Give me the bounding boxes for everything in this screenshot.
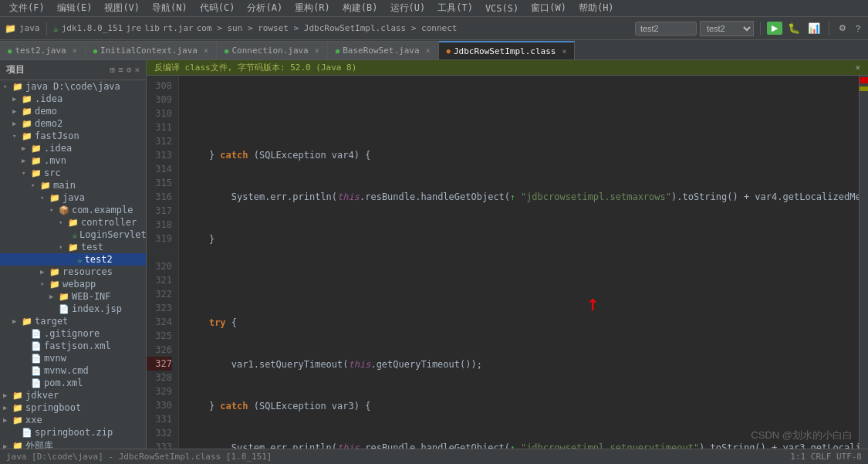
tree-label-java-src: java [62, 192, 85, 203]
toolbar-jre: jre [126, 23, 141, 33]
tree-node-pomxml[interactable]: ▶ 📄 pom.xml [0, 377, 146, 389]
tree-arrow-fastjson: ▾ [12, 132, 22, 140]
folder-icon-demo2: 📁 [22, 119, 32, 129]
tree-node-gitignore[interactable]: ▶ 📄 .gitignore [0, 327, 146, 340]
tree-arrow-controller: ▾ [59, 218, 68, 226]
sidebar-icon-close[interactable]: × [134, 65, 140, 75]
folder-icon-controller: 📁 [68, 218, 79, 228]
menu-tools[interactable]: 工具(T) [431, 0, 479, 16]
tree-label-webinf: WEB-INF [72, 291, 111, 302]
menu-vcs[interactable]: VCS(S) [479, 0, 525, 16]
code-line-311 [187, 274, 851, 288]
file-icon-indexjsp: 📄 [59, 304, 69, 314]
sidebar-header-icons: ⊞ ≡ ⚙ × [110, 65, 140, 75]
tree-node-loginservlet[interactable]: ▶ ☕ LoginServlet [0, 229, 146, 241]
tree-node-main[interactable]: ▾ 📁 main [0, 179, 146, 191]
tree-arrow-webapp: ▾ [40, 280, 49, 288]
tree-node-target[interactable]: ▶ 📁 target [0, 315, 146, 327]
tree-arrow-mvn: ▶ [22, 157, 31, 164]
tab-close-initialcontext[interactable]: × [204, 46, 208, 55]
tree-label-springboot-zip: springboot.zip [35, 427, 113, 438]
tree-node-xxe[interactable]: ▶ 📁 xxe [0, 414, 146, 426]
tree-label-pomxml: pom.xml [44, 378, 83, 388]
sidebar-icon-3[interactable]: ⚙ [127, 65, 132, 75]
search-input[interactable] [635, 22, 697, 36]
code-content[interactable]: ↙ } catch (SQLException var4) { System.e… [179, 76, 859, 449]
tree-node-mvn[interactable]: ▶ 📁 .mvn [0, 154, 146, 167]
toolbar-path: java [19, 23, 40, 33]
tab-close-jdbcrowsetimpl[interactable]: × [562, 47, 566, 56]
watermark-text: CSDN @划水的小白白 [751, 429, 853, 441]
tree-node-external-libs[interactable]: ▶ 📁 外部库 [0, 439, 146, 449]
tree-node-springboot[interactable]: ▶ 📁 springboot [0, 401, 146, 414]
tree-node-idea2[interactable]: ▶ 📁 .idea [0, 142, 146, 154]
tree-node-fastjson[interactable]: ▾ 📁 fastJson [0, 130, 146, 142]
menu-run[interactable]: 运行(U) [384, 0, 432, 16]
tree-node-idea[interactable]: ▶ 📁 .idea [0, 93, 146, 105]
profile-button[interactable]: 📊 [806, 22, 822, 34]
tree-arrow-demo: ▶ [12, 107, 22, 115]
tree-node-indexjsp[interactable]: ▶ 📄 index.jsp [0, 303, 146, 315]
gutter-error-indicator [860, 77, 868, 83]
gutter-warning-indicator [860, 86, 868, 91]
tab-test2java[interactable]: ● test2.java × [0, 41, 86, 59]
tree-node-demo[interactable]: ▶ 📁 demo [0, 105, 146, 117]
menu-help[interactable]: 帮助(H) [572, 0, 620, 16]
decompile-banner: 反编译 class文件, 字节码版本: 52.0 (Java 8) × [147, 60, 868, 76]
tree-arrow-java-src: ▾ [40, 194, 49, 202]
menu-bar: 文件(F) 编辑(E) 视图(V) 导航(N) 代码(C) 分析(A) 重构(R… [0, 0, 868, 17]
banner-close-icon[interactable]: × [855, 63, 860, 73]
tree-node-webapp[interactable]: ▾ 📁 webapp [0, 278, 146, 290]
tab-close-test2java[interactable]: × [73, 46, 77, 55]
tree-node-java-src[interactable]: ▾ 📁 java [0, 191, 146, 204]
menu-navigate[interactable]: 导航(N) [146, 0, 194, 16]
tree-node-fastjsonxml[interactable]: ▶ 📄 fastjson.xml [0, 340, 146, 352]
tree-label-idea2: .idea [44, 143, 72, 154]
tree-node-mvnwcmd[interactable]: ▶ 📄 mvnw.cmd [0, 364, 146, 377]
tree-node-mvnw[interactable]: ▶ 📄 mvnw [0, 352, 146, 364]
run-button[interactable]: ▶ [767, 22, 782, 35]
red-arrow-annotation: ↙ [585, 297, 604, 317]
menu-refactor[interactable]: 重构(R) [289, 0, 336, 16]
menu-analyze[interactable]: 分析(A) [241, 0, 289, 16]
menu-file[interactable]: 文件(F) [3, 0, 51, 16]
tree-node-jdkver[interactable]: ▶ 📁 jdkver [0, 389, 146, 401]
sidebar-icon-1[interactable]: ⊞ [110, 65, 116, 75]
menu-window[interactable]: 窗口(W) [525, 0, 572, 16]
branch-dropdown[interactable]: test2 [700, 21, 754, 36]
tree-node-springboot-zip[interactable]: ▶ 📄 springboot.zip [0, 426, 146, 439]
tab-jdbcrowsetimpl[interactable]: ● JdbcRowSetImpl.class × [439, 41, 576, 59]
toolbar-breadcrumb: com > sun > rowset > JdbcRowSetImpl.clas… [197, 23, 458, 33]
tree-node-controller[interactable]: ▾ 📁 controller [0, 216, 146, 229]
tree-node-test2[interactable]: ▶ ☕ test2 [0, 253, 146, 266]
tab-initialcontext[interactable]: ● InitialContext.java × [86, 41, 217, 59]
settings-button[interactable]: ⚙ [836, 22, 849, 35]
sidebar-icon-2[interactable]: ≡ [118, 65, 123, 75]
tree-label-mvnwcmd: mvnw.cmd [44, 365, 89, 376]
tree-node-java-root[interactable]: ▾ 📁 java D:\code\java [0, 80, 146, 93]
menu-view[interactable]: 视图(V) [98, 0, 146, 16]
tab-baserowset[interactable]: ● BaseRowSet.java × [328, 41, 439, 59]
tree-node-webinf[interactable]: ▶ 📁 WEB-INF [0, 290, 146, 303]
tree-node-resources[interactable]: ▶ 📁 resources [0, 266, 146, 278]
tree-node-com-example[interactable]: ▾ 📦 com.example [0, 204, 146, 216]
tree-arrow-com-example: ▾ [49, 206, 59, 214]
tab-close-connection[interactable]: × [315, 46, 319, 55]
folder-icon-jdkver: 📁 [12, 391, 23, 401]
tree-node-demo2[interactable]: ▶ 📁 demo2 [0, 117, 146, 130]
menu-build[interactable]: 构建(B) [336, 0, 384, 16]
tab-close-baserowset[interactable]: × [426, 46, 431, 55]
tree-label-demo: demo [35, 106, 57, 117]
tree-arrow-webinf: ▶ [49, 293, 59, 300]
tab-label-connection: Connection.java [231, 46, 308, 56]
tree-arrow-resources: ▶ [40, 268, 49, 276]
code-editor[interactable]: 308 309 310 311 312 313 314 315 316 317 … [147, 76, 868, 449]
tree-node-src[interactable]: ▾ 📁 src [0, 167, 146, 179]
tab-connection[interactable]: ● Connection.java × [217, 41, 328, 59]
tree-arrow-test-folder: ▾ [59, 243, 68, 251]
tree-node-test-folder[interactable]: ▾ 📁 test [0, 241, 146, 253]
menu-code[interactable]: 代码(C) [194, 0, 241, 16]
menu-edit[interactable]: 编辑(E) [51, 0, 99, 16]
debug-button[interactable]: 🐛 [785, 22, 802, 34]
help-button[interactable]: ? [853, 22, 863, 35]
